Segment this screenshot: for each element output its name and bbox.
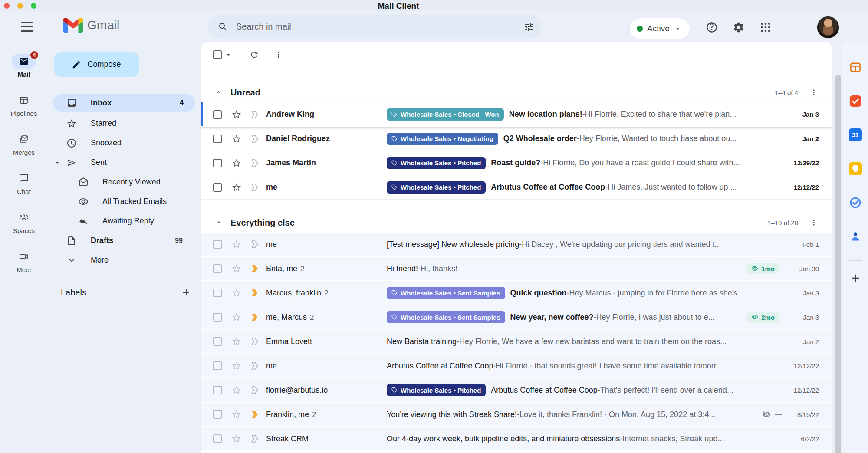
email-row[interactable]: Emma LovettNew Barista training - Hey Fl… [201, 330, 832, 354]
row-checkbox[interactable] [213, 361, 222, 370]
streak-snooze-icon[interactable] [250, 336, 260, 347]
streak-snooze-icon[interactable] [250, 433, 260, 444]
star-icon[interactable] [231, 158, 242, 168]
sidebar-item-recently-viewed[interactable]: Recently Viewed [48, 172, 194, 192]
section-more-icon[interactable] [809, 218, 818, 227]
google-apps-grid-icon[interactable] [760, 21, 772, 33]
streak-snooze-icon[interactable] [250, 361, 260, 371]
search-options-icon[interactable] [523, 22, 534, 32]
row-checkbox[interactable] [213, 386, 222, 394]
more-options-icon[interactable] [274, 50, 283, 59]
search-icon[interactable] [218, 22, 228, 32]
streak-snooze-icon[interactable] [250, 182, 260, 193]
collapse-section-icon[interactable] [215, 89, 223, 96]
email-row[interactable]: Daniel RodriguezWholesale Sales • Negoti… [201, 127, 832, 151]
email-row[interactable]: meWholesale Sales • PitchedArbutus Coffe… [201, 175, 832, 200]
pipeline-badge[interactable]: Wholesale Sales • Sent Samples [387, 311, 505, 323]
google-calendar-icon[interactable]: 31 [849, 128, 862, 141]
star-icon[interactable] [231, 263, 242, 274]
compose-button[interactable]: Compose [54, 52, 139, 77]
row-checkbox[interactable] [213, 313, 222, 322]
expander-icon[interactable] [54, 159, 61, 166]
pipeline-badge[interactable]: Wholesale Sales • Pitched [387, 384, 486, 396]
sidebar-item-inbox[interactable]: Inbox4 [53, 94, 195, 112]
select-all-checkbox[interactable] [213, 50, 222, 59]
email-row[interactable]: me[Test message] New wholesale pricing -… [201, 233, 832, 257]
row-checkbox[interactable] [213, 410, 222, 419]
sidebar-item-sent[interactable]: Sent [48, 153, 194, 172]
streak-snooze-icon[interactable] [250, 385, 260, 395]
email-row[interactable]: florrie@arbutus.ioWholesale Sales • Pitc… [201, 378, 832, 403]
row-checkbox[interactable] [213, 159, 222, 167]
collapse-section-icon[interactable] [215, 219, 223, 226]
row-checkbox[interactable] [213, 240, 222, 249]
row-checkbox[interactable] [213, 264, 222, 273]
sidebar-item-drafts[interactable]: Drafts99 [48, 231, 194, 250]
email-row[interactable]: me, Marcus2Wholesale Sales • Sent Sample… [201, 305, 832, 330]
google-contacts-icon[interactable] [849, 230, 862, 243]
email-row[interactable]: Andrew KingWholesale Sales • Closed - Wo… [201, 102, 832, 127]
email-row[interactable]: Streak CRMOur 4-day work week, bulk pipe… [201, 427, 832, 451]
row-checkbox[interactable] [213, 289, 222, 297]
row-checkbox[interactable] [213, 135, 222, 143]
streak-snooze-icon[interactable] [250, 409, 260, 420]
select-options-caret-icon[interactable] [224, 51, 232, 59]
star-icon[interactable] [231, 182, 242, 193]
streak-snooze-icon[interactable] [250, 288, 260, 298]
row-checkbox[interactable] [213, 337, 222, 346]
rail-item-chat[interactable]: Chat [11, 171, 36, 195]
rail-item-pipelines[interactable]: Pipelines [11, 93, 37, 117]
search-input[interactable] [236, 22, 523, 32]
star-icon[interactable] [231, 134, 242, 144]
streak-snooze-icon[interactable] [250, 109, 260, 120]
email-row[interactable]: Marcus, franklin2Wholesale Sales • Sent … [201, 281, 832, 305]
streak-snooze-icon[interactable] [250, 239, 260, 249]
star-icon[interactable] [231, 109, 242, 120]
star-icon[interactable] [231, 239, 242, 249]
help-icon[interactable] [706, 21, 718, 33]
google-keep-icon[interactable] [849, 162, 862, 175]
row-checkbox[interactable] [213, 110, 222, 119]
sidebar-item-all-tracked-emails[interactable]: All Tracked Emails [48, 192, 194, 211]
get-addons-plus-icon[interactable] [849, 272, 861, 284]
section-more-icon[interactable] [809, 88, 818, 97]
email-row[interactable]: James MartinWholesale Sales • PitchedRoa… [201, 151, 832, 175]
pipeline-badge[interactable]: Wholesale Sales • Closed - Won [387, 108, 504, 121]
google-tasks-icon[interactable] [849, 196, 862, 209]
refresh-icon[interactable] [250, 50, 259, 59]
email-row[interactable]: Brita, me2Hi friend! - Hi, thanks!·1moJa… [201, 257, 832, 281]
row-checkbox[interactable] [213, 434, 222, 443]
scrollbar[interactable] [835, 75, 841, 453]
rail-item-merges[interactable]: Merges [11, 132, 36, 156]
rail-item-meet[interactable]: Meet [11, 249, 36, 273]
streak-email-tracking-icon[interactable] [849, 95, 862, 108]
pipeline-badge[interactable]: Wholesale Sales • Negotiating [387, 133, 498, 145]
pipeline-badge[interactable]: Wholesale Sales • Pitched [387, 157, 486, 169]
sidebar-item-awaiting-reply[interactable]: Awaiting Reply [48, 211, 194, 231]
star-icon[interactable] [231, 385, 242, 395]
star-icon[interactable] [231, 336, 242, 347]
rail-item-spaces[interactable]: Spaces [11, 210, 36, 234]
streak-snooze-icon[interactable] [250, 312, 260, 322]
profile-avatar[interactable] [817, 16, 839, 39]
star-icon[interactable] [231, 361, 242, 371]
add-label-icon[interactable] [181, 287, 191, 298]
star-icon[interactable] [231, 288, 242, 298]
pipeline-badge[interactable]: Wholesale Sales • Sent Samples [387, 287, 505, 299]
streak-status-dropdown[interactable]: Active [629, 18, 690, 39]
email-row[interactable]: Franklin, me2You're viewing this with St… [201, 403, 832, 427]
row-checkbox[interactable] [213, 183, 222, 192]
streak-snooze-icon[interactable] [250, 134, 260, 144]
star-icon[interactable] [231, 312, 242, 322]
streak-snooze-icon[interactable] [250, 158, 260, 168]
pipeline-badge[interactable]: Wholesale Sales • Pitched [387, 181, 486, 194]
star-icon[interactable] [231, 433, 242, 444]
streak-pipelines-icon[interactable] [849, 61, 862, 74]
streak-snooze-icon[interactable] [250, 263, 260, 274]
star-icon[interactable] [231, 409, 242, 420]
sidebar-item-snoozed[interactable]: Snoozed [48, 133, 194, 153]
sidebar-item-starred[interactable]: Starred [48, 114, 194, 133]
settings-gear-icon[interactable] [733, 21, 745, 33]
email-row[interactable]: meArbutus Coffee at Coffee Coop - Hi Flo… [201, 354, 832, 378]
sidebar-item-more[interactable]: More [48, 250, 194, 270]
